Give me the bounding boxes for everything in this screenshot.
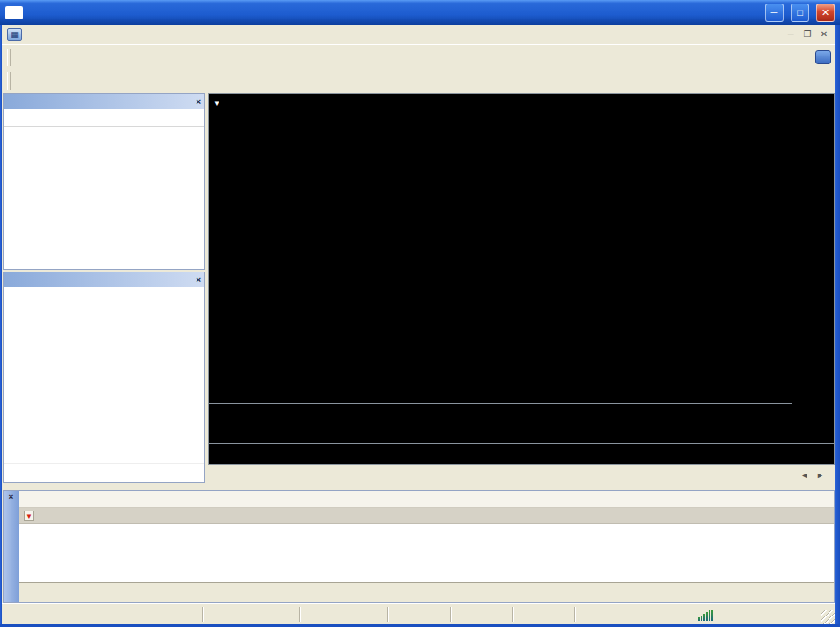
mdi-controls: ─ ❐ ✕: [784, 28, 833, 41]
market-watch-header: ×: [4, 94, 204, 109]
close-button[interactable]: ✕: [816, 4, 835, 22]
resize-grip[interactable]: [821, 610, 835, 624]
minimize-button[interactable]: ─: [765, 4, 784, 22]
toolbar-drawing-timeframes: [2, 69, 835, 93]
price-axis: [792, 94, 834, 443]
terminal-close-icon[interactable]: ×: [4, 492, 19, 502]
balance-row: ▼: [19, 508, 834, 524]
price-chart-plot[interactable]: [209, 94, 792, 401]
tabs-scroll-right-icon[interactable]: ►: [816, 471, 824, 480]
chart-window-icon[interactable]: ▦: [7, 28, 22, 41]
market-watch-tabs: [4, 250, 204, 269]
orders-table: ▼: [19, 491, 834, 524]
market-watch-column-headers: [4, 109, 204, 127]
mdi-minimize-button[interactable]: ─: [784, 28, 798, 41]
market-watch-panel: ×: [3, 93, 205, 270]
window-border-left: [0, 25, 2, 627]
market-watch-close-icon[interactable]: ×: [196, 98, 201, 107]
chart-collapse-icon[interactable]: ▼: [213, 100, 220, 108]
mdi-close-button[interactable]: ✕: [817, 28, 831, 41]
window-border-right: [835, 25, 840, 627]
app-logo-icon: [5, 6, 23, 19]
mdi-restore-button[interactable]: ❐: [800, 28, 814, 41]
chart-window[interactable]: ▼: [208, 93, 835, 465]
chart-tab-bar: ◄ ►: [206, 466, 835, 485]
balance-expand-icon[interactable]: ▼: [24, 511, 34, 521]
terminal-tabs: [19, 582, 834, 602]
chat-badge-icon: [815, 50, 831, 64]
title-bar: ─ □ ✕: [0, 0, 840, 25]
community-button[interactable]: [812, 48, 835, 67]
tabs-scroll-left-icon[interactable]: ◄: [800, 471, 808, 480]
toolbar-standard: [2, 44, 835, 69]
date-axis: [209, 443, 834, 464]
menu-bar: ▦ ─ ❐ ✕: [2, 25, 835, 44]
mt4-window: ─ □ ✕ ▦ ─ ❐ ✕ ×: [0, 0, 840, 627]
chart-header: ▼: [213, 97, 224, 108]
toolbar-grip[interactable]: [7, 72, 11, 90]
navigator-tree: [4, 287, 204, 290]
toolbar-grip[interactable]: [7, 49, 11, 66]
navigator-header: ×: [4, 272, 204, 287]
terminal-caption-strip: ×: [4, 491, 19, 602]
status-bar: [2, 603, 835, 624]
maximize-button[interactable]: □: [791, 4, 809, 22]
navigator-close-icon[interactable]: ×: [196, 276, 201, 285]
connection-status-icon: [698, 610, 713, 621]
orders-table-header: [19, 491, 834, 508]
terminal-panel: × ▼: [3, 490, 835, 603]
navigator-tabs: [4, 463, 204, 482]
macd-indicator-plot[interactable]: [209, 403, 792, 442]
navigator-panel: ×: [3, 272, 205, 483]
